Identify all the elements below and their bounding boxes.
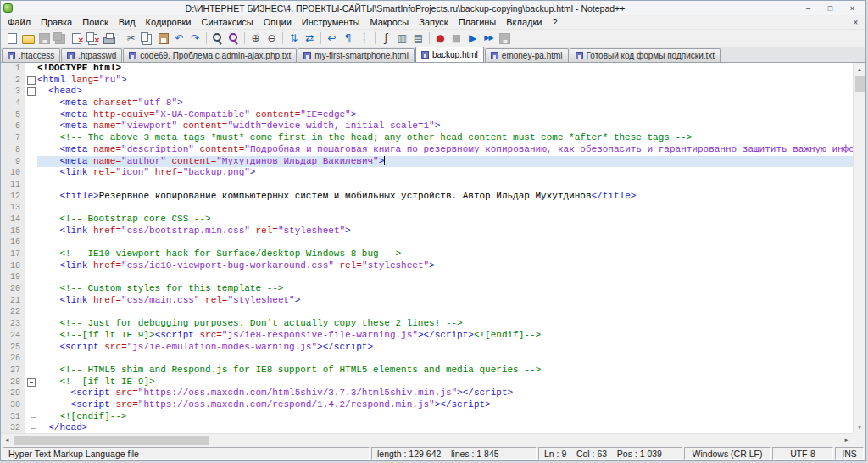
code-line-11[interactable]: 11 [1,179,853,191]
vertical-scrollbar[interactable]: ▲ ▼ [853,63,865,433]
menu-item-language[interactable]: Синтаксисы [197,15,259,29]
minimize-button[interactable]: – [798,3,819,14]
close-document-x-icon[interactable]: × [850,18,865,27]
code-line-16[interactable]: 16 [1,237,853,248]
code-line-17[interactable]: 17 <!-- IE10 viewport hack for Surface/d… [1,248,853,260]
code-text: <!-- IE10 viewport hack for Surface/desk… [37,248,853,260]
show-all-characters-icon[interactable]: ¶ [341,31,355,45]
code-line-32[interactable]: 32 </head> [1,422,853,433]
code-line-8[interactable]: 8 <meta name="description" content="Подр… [1,144,853,156]
new-file-icon[interactable] [5,31,19,45]
code-line-30[interactable]: 30 <script src="https://oss.maxcdn.com/r… [1,399,853,411]
code-line-23[interactable]: 23 <!-- Just for debugging purposes. Don… [1,318,853,330]
menu-item-run[interactable]: Запуск [414,15,453,29]
close-icon[interactable] [70,31,84,45]
code-line-21[interactable]: 21 <link href="css/main.css" rel="styles… [1,295,853,307]
save-macro-icon[interactable] [498,31,512,45]
code-line-27[interactable]: 27 <!-- HTML5 shim and Respond.js for IE… [1,365,853,377]
menu-item-tabs[interactable]: Вкладки [501,15,547,29]
tab-subscription-form[interactable]: Готовый код формы подписки.txt [570,48,721,62]
menu-item-view[interactable]: Вид [114,15,141,29]
code-line-15[interactable]: 15 <link href="css/bootstrap.min.css" re… [1,226,853,237]
horizontal-scroll-thumb[interactable] [14,436,209,445]
code-line-29[interactable]: 29 <script src="https://oss.maxcdn.com/h… [1,388,853,399]
fold-margin [25,399,37,411]
menu-item-edit[interactable]: Правка [36,15,77,29]
tab-emoney-pa[interactable]: emoney-pa.html [485,48,569,62]
code-area[interactable]: 1<!DOCTYPE html>2<html lang="ru">3 <head… [1,63,853,433]
code-line-3[interactable]: 3 <head> [1,86,853,98]
save-all-icon[interactable] [53,31,68,45]
undo-icon[interactable]: ↶ [172,31,186,45]
close-all-icon[interactable] [86,31,100,45]
document-map-icon[interactable]: ▥ [395,31,409,45]
code-line-18[interactable]: 18 <link href="css/ie10-viewport-bug-wor… [1,260,853,272]
code-line-1[interactable]: 1<!DOCTYPE html> [1,63,853,75]
redo-icon[interactable]: ↷ [188,31,203,45]
code-line-12[interactable]: 12 <title>Резервное копирование компьюте… [1,191,853,203]
maximize-button[interactable]: □ [820,3,841,14]
copy-icon[interactable] [140,31,154,45]
code-line-20[interactable]: 20 <!-- Custom styles for this template … [1,283,853,295]
zoom-out-icon[interactable]: ⊖ [264,31,279,45]
record-macro-icon[interactable]: ● [433,31,448,45]
code-line-13[interactable]: 13 [1,202,853,214]
word-wrap-icon[interactable]: ↩ [325,31,339,45]
scroll-up-icon[interactable]: ▲ [854,63,866,75]
close-button[interactable]: × [842,3,863,14]
save-icon[interactable] [37,31,52,45]
cut-icon[interactable]: ✂ [124,31,138,45]
open-file-icon[interactable] [21,31,36,45]
code-line-25[interactable]: 25 <script src="js/ie-emulation-modes-wa… [1,342,853,354]
fold-collapse-icon[interactable] [25,377,37,388]
code-line-10[interactable]: 10 <link rel="icon" href="backup.png"> [1,167,853,179]
code-line-19[interactable]: 19 [1,271,853,283]
indent-guide-icon[interactable]: ┊ [357,31,371,45]
tab-code69[interactable]: code69. Проблема с admin-ajax.php.txt [123,48,297,62]
code-line-6[interactable]: 6 <meta name="viewport" content="width=d… [1,120,853,132]
scroll-down-icon[interactable]: ▼ [854,421,866,433]
code-line-28[interactable]: 28 <!--[if lt IE 9]> [1,377,853,388]
menu-item-search[interactable]: Поиск [77,15,113,29]
play-macro-icon[interactable]: ▶ [465,31,480,45]
menu-item-tools[interactable]: Инструменты [297,15,365,29]
code-line-4[interactable]: 4 <meta charset="utf-8"> [1,98,853,109]
tab-htaccess[interactable]: .htaccess [2,48,60,62]
menu-item-macro[interactable]: Макросы [364,15,414,29]
code-line-26[interactable]: 26 [1,353,853,365]
menu-item-plugins[interactable]: Плагины [453,15,502,29]
menu-item-settings[interactable]: Опции [259,15,297,29]
replace-icon[interactable] [226,31,241,45]
zoom-in-icon[interactable]: ⊕ [248,31,263,45]
sync-vertical-scroll-icon[interactable]: ⇅ [287,31,301,45]
tab-my-first-smartphone[interactable]: my-first-smartphone.html [298,48,415,62]
paste-icon[interactable] [156,31,170,45]
code-line-2[interactable]: 2<html lang="ru"> [1,75,853,86]
function-list-icon[interactable]: ƒ [379,31,393,45]
tab-htpasswd[interactable]: .htpasswd [61,48,122,62]
print-icon[interactable] [102,31,116,45]
fold-collapse-icon[interactable] [25,86,37,98]
code-line-9[interactable]: 9 <meta name="author" content="Мухутдино… [1,156,853,168]
horizontal-scrollbar[interactable]: ◄ ► [1,433,853,446]
fold-margin [25,63,37,75]
document-switcher-icon[interactable]: ▤ [411,31,426,45]
tab-backup[interactable]: backup.html [415,47,484,62]
vertical-scroll-thumb[interactable] [855,76,865,92]
code-line-7[interactable]: 7 <!-- The above 3 meta tags *must* come… [1,132,853,144]
code-line-31[interactable]: 31 <![endif]--> [1,411,853,423]
sync-horizontal-scroll-icon[interactable]: ⇄ [303,31,317,45]
code-line-24[interactable]: 24 <!--[if lt IE 9]><script src="js/ie8-… [1,330,853,342]
scroll-left-icon[interactable]: ◄ [1,434,14,447]
menu-item-help[interactable]: ? [547,15,562,29]
stop-record-icon[interactable]: ■ [449,31,464,45]
menu-item-encoding[interactable]: Кодировки [141,15,197,29]
menu-item-file[interactable]: Файл [3,15,36,29]
fold-collapse-icon[interactable] [25,75,37,86]
code-line-5[interactable]: 5 <meta http-equiv="X-UA-Compatible" con… [1,109,853,121]
code-line-22[interactable]: 22 [1,306,853,318]
find-icon[interactable] [210,31,225,45]
code-line-14[interactable]: 14 <!-- Bootstrap core CSS --> [1,214,853,226]
scroll-right-icon[interactable]: ► [840,434,853,447]
run-macro-multiple-icon[interactable]: ▶▶ [481,31,496,45]
